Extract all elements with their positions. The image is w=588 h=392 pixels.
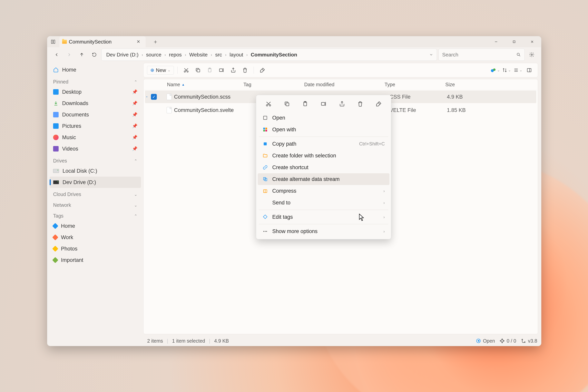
ctx-paste-button[interactable] xyxy=(300,98,310,109)
ctx-properties-button[interactable] xyxy=(374,98,384,109)
ctx-copy-button[interactable] xyxy=(282,98,292,109)
pin-icon[interactable]: 📌 xyxy=(132,101,138,106)
pin-icon[interactable]: 📌 xyxy=(132,112,138,117)
address-bar[interactable]: Dev Drive (D:)› source› repos› Website› … xyxy=(101,48,437,61)
ctx-compress[interactable]: Compress› xyxy=(258,185,390,197)
column-header-tag[interactable]: Tag xyxy=(240,82,300,88)
status-size: 4.9 KB xyxy=(214,338,229,344)
sidebar-item-videos[interactable]: Videos📌 xyxy=(50,143,141,154)
tab-close-button[interactable]: ✕ xyxy=(135,38,142,45)
preview-pane-button[interactable] xyxy=(524,65,534,75)
ctx-create-shortcut[interactable]: Create shortcut xyxy=(258,162,390,173)
ctx-show-more[interactable]: ⋯Show more options› xyxy=(258,226,390,237)
sidebar-tag-important[interactable]: Important xyxy=(50,254,141,266)
sidebar: Home Pinned⌃ Desktop📌 Downloads📌 Documen… xyxy=(47,62,143,346)
sidebar-tag-home[interactable]: Home xyxy=(50,220,141,232)
ctx-open[interactable]: Open xyxy=(258,112,390,124)
breadcrumb-segment[interactable]: layout xyxy=(228,51,244,58)
tab-active[interactable]: CommunitySection ✕ xyxy=(60,36,146,47)
sidebar-item-downloads[interactable]: Downloads📌 xyxy=(50,98,141,109)
new-label: New xyxy=(156,67,166,73)
breadcrumb-segment[interactable]: repos xyxy=(168,51,183,58)
ctx-edit-tags[interactable]: Edit tags› xyxy=(258,211,390,223)
refresh-button[interactable] xyxy=(89,49,100,60)
ctx-copy-path[interactable]: Copy pathCtrl+Shift+C xyxy=(258,138,390,150)
svg-point-23 xyxy=(266,105,268,106)
properties-button[interactable] xyxy=(257,65,268,75)
file-name: CommunitySection.svelte xyxy=(174,107,234,113)
svg-rect-0 xyxy=(51,40,53,44)
new-tab-button[interactable]: ＋ xyxy=(149,38,162,46)
ctx-share-button[interactable] xyxy=(337,98,347,109)
sidebar-item-drive-c[interactable]: Local Disk (C:) xyxy=(50,165,141,176)
sidebar-item-home[interactable]: Home xyxy=(50,64,141,76)
ctx-open-with[interactable]: Open with xyxy=(258,124,390,136)
breadcrumb-segment[interactable]: CommunitySection xyxy=(250,51,298,58)
sidebar-item-music[interactable]: Music📌 xyxy=(50,132,141,143)
sidebar-section-pinned[interactable]: Pinned⌃ xyxy=(50,76,141,86)
copy-button[interactable] xyxy=(193,65,203,75)
search-input[interactable] xyxy=(442,52,505,58)
new-button[interactable]: ⊕ New ⌄ xyxy=(147,66,174,75)
breadcrumb-segment[interactable]: source xyxy=(145,51,162,58)
delete-button[interactable] xyxy=(240,65,250,75)
maximize-button[interactable] xyxy=(505,36,523,47)
sidebar-item-documents[interactable]: Documents📌 xyxy=(50,109,141,120)
share-button[interactable] xyxy=(228,65,238,75)
column-header-type[interactable]: Type xyxy=(381,82,442,88)
sidebar-item-desktop[interactable]: Desktop📌 xyxy=(50,86,141,98)
ctx-create-folder[interactable]: Create folder with selection xyxy=(258,150,390,162)
tab-overview-icon[interactable] xyxy=(50,38,56,45)
paste-button[interactable] xyxy=(204,65,215,75)
chevron-right-icon: › xyxy=(384,229,385,234)
sidebar-section-cloud[interactable]: Cloud Drives⌄ xyxy=(50,188,141,199)
sidebar-tag-photos[interactable]: Photos xyxy=(50,243,141,254)
sidebar-section-network[interactable]: Network⌄ xyxy=(50,199,141,210)
ctx-delete-button[interactable] xyxy=(355,98,366,109)
svg-rect-32 xyxy=(266,128,267,129)
minimize-button[interactable] xyxy=(487,36,505,47)
checkbox-icon[interactable]: ✓ xyxy=(151,94,157,100)
ctx-cut-button[interactable] xyxy=(263,98,274,109)
forward-button[interactable] xyxy=(64,49,75,60)
settings-button[interactable] xyxy=(526,49,537,60)
status-sync[interactable]: 0 / 0 xyxy=(500,338,516,344)
sidebar-tag-work[interactable]: Work xyxy=(50,232,141,243)
breadcrumb-segment[interactable]: Dev Drive (D:) xyxy=(105,51,140,58)
address-dropdown-button[interactable] xyxy=(429,53,433,57)
status-version[interactable]: v3.8 xyxy=(521,338,537,344)
sidebar-section-drives[interactable]: Drives⌃ xyxy=(50,154,141,165)
ctx-create-ads[interactable]: Create alternate data stream xyxy=(258,173,390,185)
column-header-date[interactable]: Date modified xyxy=(300,82,381,88)
chevron-up-icon: ⌃ xyxy=(134,158,138,163)
pin-icon[interactable]: 📌 xyxy=(132,90,138,94)
breadcrumb-segment[interactable]: Website xyxy=(188,51,209,58)
sidebar-item-drive-d[interactable]: Dev Drive (D:) xyxy=(50,176,141,188)
column-header-name[interactable]: Name▲ xyxy=(144,82,240,88)
svg-point-24 xyxy=(269,105,271,106)
pin-icon[interactable]: 📌 xyxy=(132,124,138,128)
sort-button[interactable]: ⌄ xyxy=(501,65,512,75)
cut-button[interactable] xyxy=(181,65,191,75)
ctx-send-to[interactable]: Send to› xyxy=(258,197,390,208)
search-box[interactable] xyxy=(438,48,525,61)
sidebar-section-tags[interactable]: Tags⌃ xyxy=(50,210,141,220)
pin-icon[interactable]: 📌 xyxy=(132,146,138,151)
close-button[interactable] xyxy=(523,36,541,47)
rename-button[interactable] xyxy=(216,65,226,75)
svg-rect-35 xyxy=(264,142,266,145)
back-button[interactable] xyxy=(51,49,62,60)
view-button[interactable]: ⌄ xyxy=(513,65,523,75)
sidebar-item-pictures[interactable]: Pictures📌 xyxy=(50,120,141,132)
status-open-button[interactable]: Open xyxy=(476,338,495,344)
svg-rect-14 xyxy=(220,69,223,72)
column-header-size[interactable]: Size xyxy=(442,82,538,88)
up-button[interactable] xyxy=(76,49,87,60)
pin-icon[interactable]: 📌 xyxy=(132,135,138,140)
cloud-status-button[interactable]: ⌄ xyxy=(490,65,500,75)
ctx-rename-button[interactable] xyxy=(318,98,329,109)
tag-icon xyxy=(52,223,58,229)
pictures-icon xyxy=(53,123,58,129)
breadcrumb-segment[interactable]: src xyxy=(214,51,223,58)
svg-rect-30 xyxy=(264,116,267,119)
